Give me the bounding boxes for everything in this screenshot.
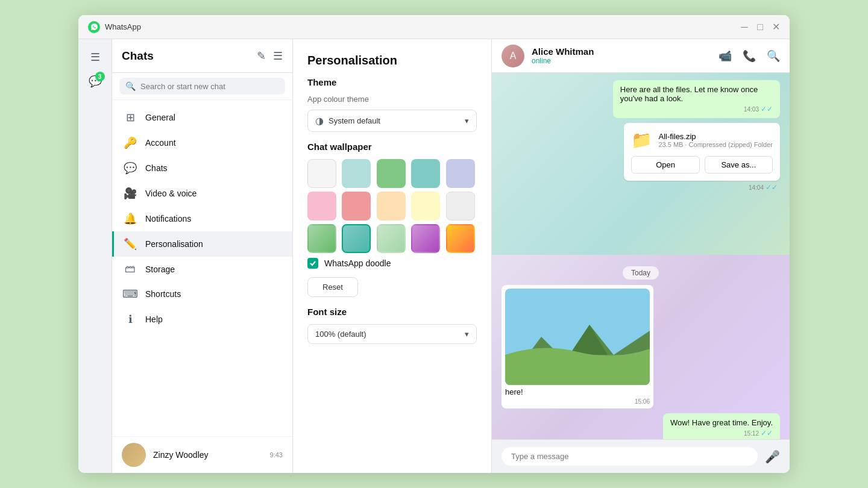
notifications-icon: 🔔 <box>124 212 137 225</box>
icon-bar-top: ☰ 💬 3 <box>84 46 106 92</box>
settings-nav: ⊞ General 🔑 Account 💬 Chats 🎥 Video & vo… <box>112 100 292 436</box>
file-bubble: 📁 All-files.zip 23.5 MB · Compressed (zi… <box>624 123 780 192</box>
font-section: Font size 100% (default) ▾ <box>293 307 491 344</box>
theme-selected: System default <box>329 116 460 125</box>
contact-avatar[interactable]: A <box>502 45 524 67</box>
wallpaper-swatch-3[interactable] <box>377 159 406 188</box>
wallpaper-swatch-9[interactable] <box>411 192 440 221</box>
microphone-button[interactable]: 🎤 <box>765 449 780 464</box>
minimize-button[interactable]: ─ <box>740 23 749 31</box>
sidebar-label-general: General <box>145 113 175 122</box>
doodle-label: WhatsApp doodle <box>324 258 391 268</box>
chat-area: A Alice Whitman online 📹 📞 🔍 Here are a <box>492 39 790 473</box>
font-section-title: Font size <box>307 307 477 317</box>
msg-row: Here are all the files. Let me know once… <box>502 80 780 118</box>
shortcuts-icon: ⌨ <box>124 287 137 301</box>
sidebar-label-account: Account <box>145 138 176 148</box>
theme-chevron-icon: ▾ <box>465 116 469 125</box>
sidebar-actions: ✎ ☰ <box>257 49 283 63</box>
panel-header: Personalisation <box>293 39 491 77</box>
search-input[interactable] <box>140 82 279 91</box>
search-bar: 🔍 <box>112 73 292 100</box>
wallpaper-swatch-8[interactable] <box>377 192 406 221</box>
wallpaper-swatch-4[interactable] <box>411 159 440 188</box>
wallpaper-section-title: Chat wallpaper <box>307 142 477 152</box>
file-time: 14:04 ✓✓ <box>624 183 778 192</box>
contact-status: online <box>532 57 719 65</box>
open-file-button[interactable]: Open <box>631 156 699 174</box>
voice-call-button[interactable]: 📞 <box>743 49 756 63</box>
chat-list-item[interactable]: Zinzy Woodley 9:43 <box>112 436 292 473</box>
wallpaper-swatch-7[interactable] <box>342 192 371 221</box>
wallpaper-swatch-1[interactable] <box>307 159 336 188</box>
sidebar-item-personalisation[interactable]: ✏️ Personalisation <box>112 231 292 257</box>
sidebar-item-video[interactable]: 🎥 Video & voice <box>112 181 292 206</box>
close-button[interactable]: ✕ <box>772 23 780 31</box>
title-bar: WhatsApp ─ □ ✕ <box>78 15 790 39</box>
wallpaper-swatch-15[interactable] <box>446 224 475 253</box>
wallpaper-swatch-11[interactable] <box>307 224 336 253</box>
font-chevron-icon: ▾ <box>465 330 469 339</box>
wallpaper-swatch-12[interactable] <box>342 224 371 253</box>
theme-icon: ◑ <box>315 115 324 127</box>
save-file-button[interactable]: Save as... <box>705 156 773 174</box>
sidebar-label-video: Video & voice <box>145 189 197 198</box>
chat-header-actions: 📹 📞 🔍 <box>719 49 780 63</box>
received-text: here! <box>505 387 650 396</box>
message-input[interactable] <box>502 447 758 466</box>
theme-section: Theme App colour theme ◑ System default … <box>293 77 491 142</box>
hamburger-menu-icon[interactable]: ☰ <box>84 46 106 68</box>
sidebar-label-storage: Storage <box>145 264 175 274</box>
new-chat-button[interactable]: ✎ <box>257 49 266 63</box>
wallpaper-swatch-14[interactable] <box>411 224 440 253</box>
sidebar-item-general[interactable]: ⊞ General <box>112 105 292 130</box>
sidebar-label-personalisation: Personalisation <box>145 239 203 249</box>
message-bubble: Here are all the files. Let me know once… <box>613 80 780 118</box>
wallpaper-swatch-2[interactable] <box>342 159 371 188</box>
sidebar-item-shortcuts[interactable]: ⌨ Shortcuts <box>112 281 292 307</box>
wallpaper-swatch-5[interactable] <box>446 159 475 188</box>
chat-icon[interactable]: 💬 3 <box>84 70 106 92</box>
wallpaper-swatch-6[interactable] <box>307 192 336 221</box>
help-icon: ℹ <box>124 313 137 326</box>
sidebar-item-storage[interactable]: 🗃 Storage <box>112 257 292 281</box>
file-actions: Open Save as... <box>631 156 773 174</box>
read-receipt-icon: ✓✓ <box>761 105 773 113</box>
filter-button[interactable]: ☰ <box>273 49 283 63</box>
msg-row-sent2: Wow! Have great time. Enjoy. 15:12 ✓✓ <box>502 413 780 439</box>
app-title: WhatsApp <box>105 22 141 31</box>
doodle-checkbox[interactable] <box>307 258 318 269</box>
sidebar-header: Chats ✎ ☰ <box>112 39 292 73</box>
read-receipt-icon-2: ✓✓ <box>761 429 773 437</box>
sidebar-item-notifications[interactable]: 🔔 Notifications <box>112 206 292 231</box>
sidebar-item-account[interactable]: 🔑 Account <box>112 130 292 155</box>
font-dropdown[interactable]: 100% (default) ▾ <box>307 324 477 344</box>
search-icon: 🔍 <box>125 81 136 91</box>
chat-input-bar: 🎤 <box>492 439 790 473</box>
chat-info: Zinzy Woodley <box>153 449 263 460</box>
message-time-2: 15:12 ✓✓ <box>670 429 773 437</box>
chat-avatar <box>122 443 146 467</box>
file-info: 📁 All-files.zip 23.5 MB · Compressed (zi… <box>631 130 773 150</box>
contact-name: Alice Whitman <box>532 46 719 57</box>
file-read-receipt-icon: ✓✓ <box>766 183 778 192</box>
sidebar-item-chats[interactable]: 💬 Chats <box>112 155 292 181</box>
app-logo <box>88 21 100 33</box>
reset-button[interactable]: Reset <box>307 277 358 297</box>
theme-section-title: Theme <box>307 77 477 87</box>
panel-title: Personalisation <box>307 54 477 67</box>
doodle-checkbox-row: WhatsApp doodle <box>307 258 477 269</box>
theme-dropdown[interactable]: ◑ System default ▾ <box>307 110 477 132</box>
video-call-button[interactable]: 📹 <box>719 49 732 63</box>
message-text: Here are all the files. Let me know once… <box>620 85 758 103</box>
wallpaper-swatch-13[interactable] <box>377 224 406 253</box>
image-message-bubble: here! 15:06 <box>502 285 653 408</box>
maximize-button[interactable]: □ <box>756 23 764 31</box>
search-chat-button[interactable]: 🔍 <box>767 49 780 63</box>
sidebar-item-help[interactable]: ℹ Help <box>112 307 292 332</box>
wallpaper-swatch-10[interactable] <box>446 192 475 221</box>
file-icon: 📁 <box>631 130 652 150</box>
wallpaper-grid <box>307 159 477 253</box>
app-window: WhatsApp ─ □ ✕ ☰ 💬 3 Chats ✎ ☰ <box>78 15 790 473</box>
chat-messages-area: Here are all the files. Let me know once… <box>492 73 790 255</box>
